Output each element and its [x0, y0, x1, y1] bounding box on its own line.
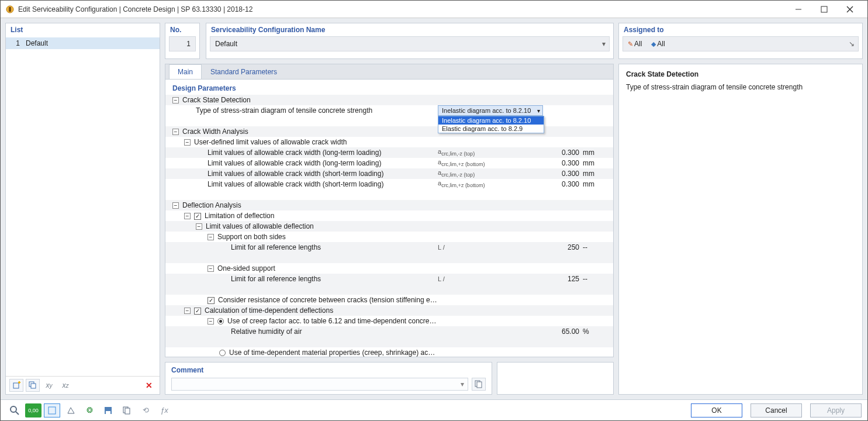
tool-structure-icon[interactable]: [63, 403, 79, 417]
tab-main-body: Design Parameters Crack State Detection …: [165, 80, 613, 357]
dropdown-list: Inelastic diagram acc. to 8.2.10 Elastic…: [438, 116, 544, 133]
dropdown-item[interactable]: Inelastic diagram acc. to 8.2.10: [438, 116, 544, 125]
maximize-button[interactable]: [811, 1, 837, 18]
svg-rect-15: [49, 407, 56, 414]
row-tension-stiffening[interactable]: Consider resistance of concrete between …: [165, 296, 438, 304]
collapse-icon[interactable]: [172, 129, 179, 135]
group-crack-width[interactable]: Crack Width Analysis: [165, 127, 438, 136]
tool-copy-icon[interactable]: [119, 403, 135, 417]
chevron-down-icon: ▾: [602, 40, 606, 48]
no-box: No. 1: [165, 23, 200, 59]
group-crack-state[interactable]: Crack State Detection: [165, 96, 438, 104]
close-button[interactable]: [837, 1, 863, 18]
new-icon[interactable]: [9, 379, 23, 392]
row-calc-td[interactable]: Calculation of time-dependent deflection…: [165, 306, 438, 315]
bottom-toolbar: 0,00 ❂ ⟲ ƒx OK Cancel Apply: [1, 399, 867, 420]
group-user-defined[interactable]: User-defined limit values of allowable c…: [165, 138, 438, 146]
group-support-both[interactable]: Support on both sides: [165, 233, 438, 241]
comment-side-panel: [497, 362, 614, 395]
svg-line-17: [68, 408, 71, 413]
section-design-parameters: Design Parameters: [165, 83, 613, 95]
svg-line-18: [71, 408, 74, 413]
svg-rect-3: [821, 6, 827, 12]
tool-save-icon[interactable]: [100, 403, 116, 417]
name-box: Serviceability Configuration Name Defaul…: [206, 23, 614, 59]
cw-row-label: Limit values of allowable crack width (l…: [165, 149, 438, 157]
minimize-button[interactable]: [786, 1, 811, 18]
collapse-icon[interactable]: [196, 223, 202, 230]
no-value: 1: [169, 36, 196, 51]
surface-icon: ◆: [651, 40, 656, 47]
list-panel: List 1 Default xy xz ✕: [5, 23, 160, 395]
tabstrip: Main Standard Parameters: [165, 64, 613, 80]
tool-globe-icon[interactable]: ❂: [81, 403, 98, 417]
cw-row-label: Limit values of allowable crack width (s…: [165, 180, 438, 188]
list-body: 1 Default: [6, 36, 160, 376]
row-limit-deflection[interactable]: Limitation of deflection: [165, 212, 438, 220]
tool-units-icon[interactable]: 0,00: [25, 403, 42, 417]
checkbox-limit-deflection[interactable]: [194, 213, 201, 220]
info-title: Crack State Detection: [626, 70, 855, 78]
cancel-button[interactable]: Cancel: [751, 403, 802, 417]
collapse-icon[interactable]: [172, 202, 179, 209]
row-limit-all-2: Limit for all reference lengths: [165, 275, 438, 283]
tab-main[interactable]: Main: [169, 64, 202, 79]
group-limit-values[interactable]: Limit values of allowable deflection: [165, 222, 438, 230]
svg-line-14: [16, 412, 19, 415]
tool-a-icon[interactable]: xy: [42, 379, 56, 392]
tool-window-icon[interactable]: [44, 403, 60, 417]
info-panel: Crack State Detection Type of stress-str…: [618, 64, 863, 395]
app-icon: [5, 5, 15, 14]
tool-search-icon[interactable]: [6, 403, 23, 417]
pick-icon[interactable]: ↘: [849, 40, 855, 48]
radio-creep[interactable]: [217, 318, 224, 325]
svg-rect-10: [31, 384, 36, 388]
row-ec2-option[interactable]: Use of time-dependent material propertie…: [165, 348, 438, 357]
collapse-icon[interactable]: [184, 213, 191, 219]
dropdown-item[interactable]: Elastic diagram acc. to 8.2.9: [438, 125, 544, 133]
apply-button[interactable]: Apply: [810, 403, 862, 417]
list-item[interactable]: 1 Default: [6, 37, 160, 49]
checkbox-tension-stiffening[interactable]: [208, 297, 215, 304]
copy-icon[interactable]: [26, 379, 40, 392]
collapse-icon[interactable]: [208, 318, 214, 325]
row-rel-humidity: Relative humidity of air: [165, 327, 438, 336]
tool-b-icon[interactable]: xz: [58, 379, 72, 392]
info-text: Type of stress-strain diagram of tensile…: [626, 83, 855, 91]
list-title: List: [6, 23, 160, 36]
radio-ec2[interactable]: [219, 350, 226, 356]
assigned-input[interactable]: ✎All ◆All ↘: [623, 36, 859, 51]
collapse-icon[interactable]: [184, 139, 191, 146]
row-limit-all-1: Limit for all reference lengths: [165, 243, 438, 251]
svg-point-13: [11, 406, 16, 412]
stress-strain-dropdown[interactable]: Inelastic diagram acc. to 8.2.10 ▾ Inela…: [438, 105, 543, 116]
tab-standard-parameters[interactable]: Standard Parameters: [202, 64, 286, 79]
svg-rect-6: [13, 383, 19, 388]
svg-rect-22: [125, 408, 130, 414]
ok-button[interactable]: OK: [691, 403, 742, 417]
svg-rect-12: [477, 382, 482, 388]
cw-row-label: Limit values of allowable crack width (l…: [165, 159, 438, 167]
cw-row-label: Limit values of allowable crack width (s…: [165, 170, 438, 178]
assigned-panel: Assigned to ✎All ◆All ↘: [618, 23, 863, 59]
group-deflection[interactable]: Deflection Analysis: [165, 201, 438, 209]
chevron-down-icon: ▾: [461, 380, 464, 388]
row-creep-option[interactable]: Use of creep factor acc. to table 6.12 a…: [165, 317, 438, 325]
collapse-icon[interactable]: [184, 308, 191, 314]
row-stress-strain: Type of stress-strain diagram of tensile…: [165, 106, 438, 115]
tool-undo-icon[interactable]: ⟲: [137, 403, 154, 417]
window-title: Edit Serviceability Configuration | Conc…: [18, 5, 786, 13]
name-input[interactable]: Default ▾: [210, 36, 610, 51]
comment-panel: Comment ▾: [165, 362, 492, 395]
svg-rect-20: [106, 411, 110, 414]
checkbox-calc-td[interactable]: [194, 308, 201, 315]
group-one-sided[interactable]: One-sided support: [165, 264, 438, 272]
collapse-icon[interactable]: [208, 234, 214, 240]
titlebar: Edit Serviceability Configuration | Conc…: [1, 1, 867, 18]
collapse-icon[interactable]: [172, 97, 179, 103]
comment-library-button[interactable]: [472, 378, 486, 391]
collapse-icon[interactable]: [208, 265, 214, 272]
comment-input[interactable]: ▾: [171, 378, 468, 391]
tool-fx-icon[interactable]: ƒx: [156, 403, 172, 417]
delete-icon[interactable]: ✕: [142, 379, 156, 392]
